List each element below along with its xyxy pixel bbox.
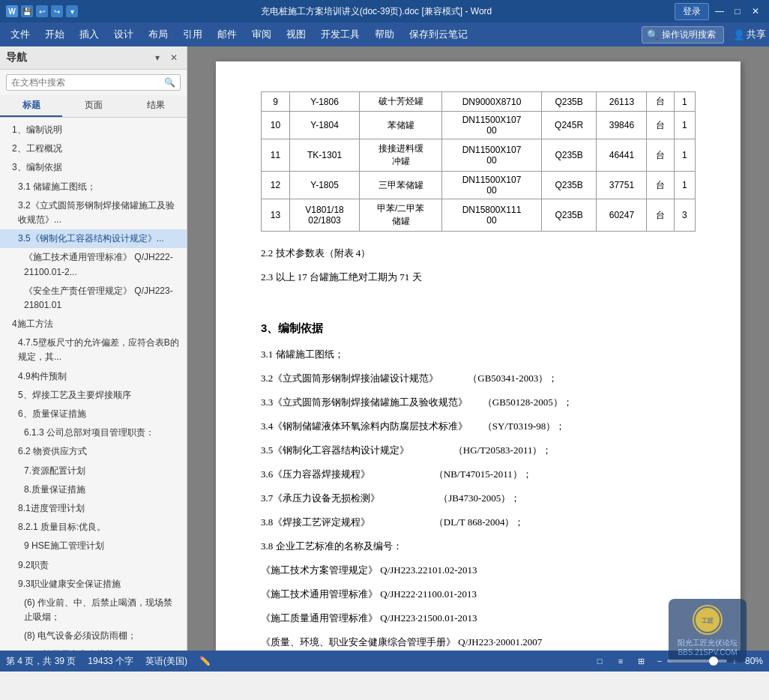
cell-name: 甲苯/二甲苯储罐	[360, 199, 442, 232]
nav-item-9-2[interactable]: 9.2职责	[0, 556, 187, 575]
para-3-3: 3.3《立式圆筒形钢制焊接储罐施工及验收规范》 （GB50128-2005）；	[261, 393, 696, 412]
tab-headings[interactable]: 标题	[0, 95, 62, 117]
menu-design[interactable]: 设计	[106, 25, 141, 44]
menu-references[interactable]: 引用	[175, 25, 210, 44]
title-bar: W 💾 ↩ ↪ ▾ 充电桩施工方案培训讲义(doc-39页).doc [兼容模式…	[0, 0, 769, 22]
help-search-label: 操作说明搜索	[662, 28, 716, 41]
sidebar-expand-btn[interactable]: ▾	[151, 51, 164, 64]
document-page: 9 Y-1806 破十芳烃罐 DN9000X8710 Q235B 26113 台…	[216, 61, 741, 651]
nav-item-3-5[interactable]: 3.5《钢制化工容器结构设计规定》...	[0, 229, 187, 248]
view-print-btn[interactable]: □	[592, 654, 607, 669]
cell-name: 破十芳烃罐	[360, 92, 442, 112]
cell-material: Q235B	[541, 92, 597, 112]
view-outline-btn[interactable]: ⊞	[634, 654, 649, 669]
share-button[interactable]: 👤 共享	[733, 28, 766, 41]
cell-unit: 台	[647, 112, 674, 139]
nav-item-4[interactable]: 4施工方法	[0, 315, 187, 334]
nav-item-4-7[interactable]: 4.7.5壁板尺寸的允许偏差，应符合表B的规定，其...	[0, 334, 187, 366]
document-area[interactable]: 9 Y-1806 破十芳烃罐 DN9000X8710 Q235B 26113 台…	[187, 46, 769, 651]
cell-spec: DN11500X10700	[442, 172, 541, 199]
nav-item-6-act[interactable]: (6) 作业前、中、后禁止喝酒，现场禁止吸烟；	[0, 594, 187, 627]
para-3-8e: 《施工质量通用管理标准》 Q/JH223·21500.01-2013	[261, 609, 696, 628]
nav-item-3[interactable]: 3、编制依据	[0, 158, 187, 177]
watermark-brand: 阳光工匠光伏论坛	[678, 638, 738, 648]
help-search[interactable]: 🔍 操作说明搜索	[642, 26, 724, 43]
nav-item-9-hse[interactable]: 9 HSE施工管理计划	[0, 537, 187, 555]
nav-item-8-2[interactable]: 8.2.1 质量目标:优良。	[0, 518, 187, 537]
nav-item-6-1-3[interactable]: 6.1.3 公司总部对项目管理职责：	[0, 423, 187, 442]
nav-item-14-elec[interactable]: (14) 施工用电安全措施	[0, 645, 187, 651]
cell-spec: DN9000X8710	[442, 92, 541, 112]
nav-item-4-9[interactable]: 4.9构件预制	[0, 367, 187, 386]
nav-item-9-3[interactable]: 9.3职业健康安全保证措施	[0, 575, 187, 594]
watermark-box: 工匠 阳光工匠光伏论坛 BBS.21SPV.COM	[669, 599, 747, 651]
window-title: 充电桩施工方案培训讲义(doc-39页).doc [兼容模式] - Word	[78, 5, 675, 18]
nav-item-3-2[interactable]: 3.2《立式圆筒形钢制焊接储罐施工及验收规范》...	[0, 196, 187, 229]
cell-qty: 1	[674, 92, 695, 112]
zoom-slider[interactable]	[667, 660, 727, 663]
cell-no: 10	[262, 112, 290, 139]
cell-name: 接接进料缓冲罐	[360, 139, 442, 172]
menu-layout[interactable]: 布局	[141, 25, 175, 44]
nav-item-1[interactable]: 1、编制说明	[0, 121, 187, 139]
sidebar-title: 导航	[6, 51, 27, 64]
nav-item-6[interactable]: 6、质量保证措施	[0, 405, 187, 423]
menu-developer[interactable]: 开发工具	[313, 25, 367, 44]
close-button[interactable]: ✕	[748, 4, 763, 19]
save-btn[interactable]: 💾	[21, 5, 33, 17]
cell-qty: 1	[674, 172, 695, 199]
cell-weight: 60247	[597, 199, 647, 232]
cell-num: Y-1806	[290, 92, 360, 112]
sidebar-controls: ▾ ✕	[151, 51, 181, 64]
minimize-button[interactable]: —	[712, 4, 727, 19]
language: 英语(美国)	[145, 655, 187, 668]
nav-item-7[interactable]: 7.资源配置计划	[0, 462, 187, 480]
menu-review[interactable]: 审阅	[244, 25, 279, 44]
undo-btn[interactable]: ↩	[36, 5, 48, 17]
nav-item-tech-std[interactable]: 《施工技术通用管理标准》 Q/JH222-21100.01-2...	[0, 248, 187, 281]
cell-weight: 26113	[597, 92, 647, 112]
menu-file[interactable]: 文件	[3, 25, 37, 44]
table-row: 12 Y-1805 三甲苯储罐 DN11500X10700 Q235B 3775…	[262, 172, 696, 199]
menu-help[interactable]: 帮助	[367, 25, 402, 44]
sidebar-close-btn[interactable]: ✕	[167, 51, 181, 64]
zoom-level: 80%	[745, 656, 763, 666]
nav-item-3-1[interactable]: 3.1 储罐施工图纸；	[0, 178, 187, 196]
tab-pages[interactable]: 页面	[62, 95, 124, 117]
customize-btn[interactable]: ▾	[66, 5, 78, 17]
cell-num: Y-1804	[290, 112, 360, 139]
redo-btn[interactable]: ↪	[51, 5, 63, 17]
nav-item-6-2[interactable]: 6.2 物资供应方式	[0, 442, 187, 461]
restore-button[interactable]: □	[730, 4, 745, 19]
login-button[interactable]: 登录	[675, 3, 709, 20]
cell-qty: 1	[674, 112, 695, 139]
main-layout: 导航 ▾ ✕ 🔍 标题 页面 结果 1、编制说明 2、工程概况 3、编制依据 3…	[0, 46, 769, 651]
menu-insert[interactable]: 插入	[72, 25, 106, 44]
sidebar-header: 导航 ▾ ✕	[0, 46, 187, 70]
nav-item-8-elec[interactable]: (8) 电气设备必须设防雨棚；	[0, 627, 187, 645]
menu-home[interactable]: 开始	[37, 25, 72, 44]
nav-item-8-1[interactable]: 8.1进度管理计划	[0, 499, 187, 518]
search-icon: 🔍	[647, 29, 659, 40]
zoom-out-btn[interactable]: －	[655, 655, 664, 668]
person-icon: 👤	[733, 29, 745, 40]
nav-item-5[interactable]: 5、焊接工艺及主要焊接顺序	[0, 386, 187, 405]
menu-save-cloud[interactable]: 保存到云笔记	[402, 25, 475, 44]
cell-unit: 台	[647, 172, 674, 199]
view-web-btn[interactable]: ≡	[613, 654, 628, 669]
nav-item-8[interactable]: 8.质量保证措施	[0, 480, 187, 499]
tab-results[interactable]: 结果	[124, 95, 187, 117]
menu-bar: 文件 开始 插入 设计 布局 引用 邮件 审阅 视图 开发工具 帮助 保存到云笔…	[0, 22, 769, 46]
nav-item-2[interactable]: 2、工程概况	[0, 139, 187, 158]
menu-mailings[interactable]: 邮件	[210, 25, 244, 44]
sidebar-search-box[interactable]: 🔍	[6, 74, 181, 91]
para-3-6: 3.6《压力容器焊接规程》 （NB/T47015-2011）；	[261, 465, 696, 484]
menu-view[interactable]: 视图	[279, 25, 313, 44]
para-3-5: 3.5《钢制化工容器结构设计规定》 （HG/T20583-2011）；	[261, 441, 696, 460]
para-3-8b: 3.8 企业工艺标准的名称及编号：	[261, 537, 696, 556]
word-count: 19433 个字	[88, 655, 133, 668]
nav-item-safety-std[interactable]: 《安全生产责任管理规定》 Q/JH223-21801.01	[0, 282, 187, 315]
para-3-4: 3.4《钢制储罐液体环氧涂料内防腐层技术标准》 （SY/T0319-98）；	[261, 417, 696, 436]
cell-weight: 37751	[597, 172, 647, 199]
sidebar-search-input[interactable]	[11, 77, 164, 88]
